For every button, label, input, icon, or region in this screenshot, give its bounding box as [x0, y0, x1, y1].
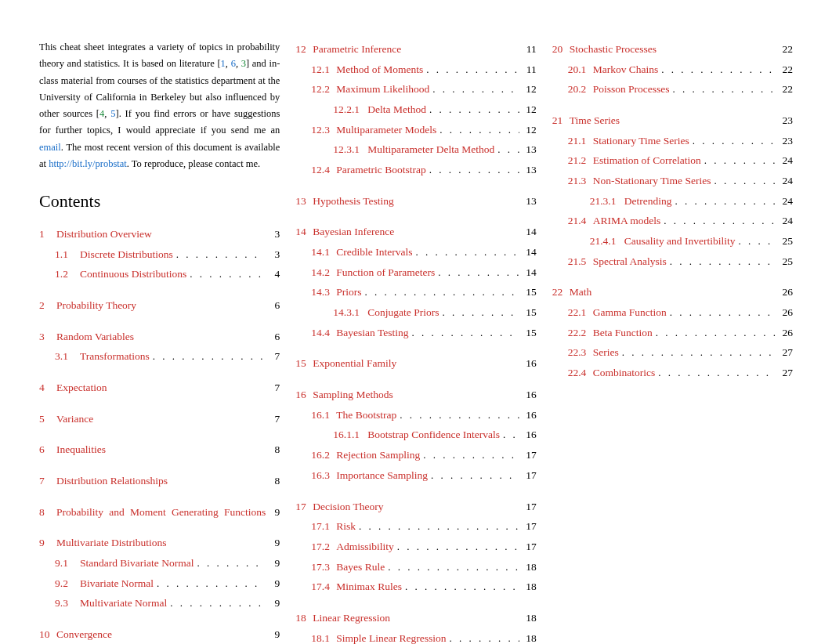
toc-title: Multivariate Distributions — [56, 533, 167, 553]
toc-title: Importance Sampling — [336, 465, 428, 486]
toc-page: 25 — [779, 251, 793, 272]
toc-entry[interactable]: 17.2Admissibility17 — [295, 537, 536, 557]
toc-entry[interactable]: 6Inequalities8 — [39, 440, 280, 460]
toc-entry[interactable]: 14Bayesian Inference14 — [295, 222, 536, 242]
toc-entry[interactable]: 1.1Discrete Distributions3 — [39, 244, 280, 265]
toc-entry[interactable]: 12.2Maximum Likelihood12 — [295, 79, 536, 99]
toc-entry[interactable]: 21.5Spectral Analysis25 — [552, 251, 793, 272]
toc-entry[interactable]: 3.1Transformations7 — [39, 346, 280, 367]
toc-number: 4 — [39, 378, 55, 398]
toc-entry[interactable]: 12.3.1Multiparameter Delta Method13 — [295, 139, 536, 160]
toc-entry[interactable]: 22.4Combinatorics27 — [552, 363, 793, 383]
toc-entry[interactable]: 16.2Rejection Sampling17 — [295, 445, 536, 465]
toc-entry[interactable]: 21Time Series23 — [552, 110, 793, 131]
toc-entry[interactable]: 14.2Function of Parameters14 — [295, 262, 536, 283]
toc-entry[interactable]: 3Random Variables6 — [39, 327, 280, 347]
citation-link[interactable]: 6 — [231, 58, 236, 69]
toc-entry[interactable]: 17Decision Theory17 — [295, 497, 536, 517]
toc-entry[interactable]: 20.2Poisson Processes22 — [552, 79, 793, 99]
toc-number: 22 — [552, 282, 568, 302]
toc-entry[interactable]: 15Exponential Family16 — [295, 353, 536, 374]
toc-page: 26 — [779, 323, 793, 343]
toc-entry[interactable]: 20.1Markov Chains22 — [552, 60, 793, 80]
toc-dots — [442, 303, 519, 323]
toc-entry[interactable]: 17.3Bayes Rule18 — [295, 557, 536, 577]
toc-page: 27 — [779, 342, 793, 363]
toc-entry[interactable]: 2Probability Theory6 — [39, 295, 280, 316]
toc-entry[interactable]: 21.2Estimation of Correlation24 — [552, 150, 793, 171]
toc-dots — [450, 629, 519, 644]
toc-page: 18 — [523, 557, 537, 577]
toc-entry[interactable]: 14.1Credible Intervals14 — [295, 242, 536, 262]
toc-entry[interactable]: 12Parametric Inference11 — [295, 39, 536, 60]
toc-entry[interactable]: 9Multivariate Distributions9 — [39, 533, 280, 553]
toc-entry[interactable]: 14.4Bayesian Testing15 — [295, 323, 536, 343]
toc-number: 17.3 — [311, 557, 335, 577]
toc-entry[interactable]: 1.2Continuous Distributions4 — [39, 264, 280, 284]
toc-page: 9 — [266, 593, 280, 613]
toc-entry[interactable]: 5Variance7 — [39, 409, 280, 429]
toc-page: 7 — [266, 346, 280, 367]
toc-entry[interactable]: 22.2Beta Function26 — [552, 323, 793, 343]
toc-entry[interactable]: 22.1Gamma Function26 — [552, 302, 793, 323]
toc-entry[interactable]: 21.4ARIMA models24 — [552, 211, 793, 231]
toc-title: Bootstrap Confidence Intervals — [367, 425, 500, 445]
toc-entry[interactable]: 20Stochastic Processes22 — [552, 39, 793, 60]
toc-entry[interactable]: 17.1Risk17 — [295, 516, 536, 537]
toc-entry[interactable]: 8Probability and Moment Generating Funct… — [39, 502, 280, 523]
toc-entry[interactable]: 13Hypothesis Testing13 — [295, 191, 536, 212]
toc-entry[interactable]: 7Distribution Relationships8 — [39, 471, 280, 491]
email-link[interactable]: email — [39, 142, 61, 153]
toc-entry[interactable]: 17.4Minimax Rules18 — [295, 577, 536, 597]
toc-entry[interactable]: 14.3Priors15 — [295, 282, 536, 302]
toc-entry[interactable]: 9.1Standard Bivariate Normal9 — [39, 553, 280, 573]
toc-entry[interactable]: 12.1Method of Moments11 — [295, 60, 536, 80]
toc-page: 9 — [266, 553, 280, 573]
toc-title: Decision Theory — [313, 497, 383, 517]
toc-number: 6 — [39, 440, 55, 460]
toc-entry[interactable]: 1Distribution Overview3 — [39, 224, 280, 244]
toc-entry[interactable]: 22.3Series27 — [552, 342, 793, 363]
toc-title: Distribution Overview — [56, 224, 152, 244]
toc-entry[interactable]: 18.1Simple Linear Regression18 — [295, 628, 536, 644]
toc-title: Conjugate Priors — [367, 302, 439, 323]
toc-entry[interactable]: 21.4.1Causality and Invertibility25 — [552, 231, 793, 251]
toc-page: 11 — [523, 39, 537, 60]
toc-number: 14.3.1 — [333, 302, 366, 323]
toc-title: Linear Regression — [313, 608, 390, 628]
toc-section: 18Linear Regression1818.1Simple Linear R… — [295, 608, 536, 644]
toc-entry[interactable]: 12.4Parametric Bootstrap13 — [295, 160, 536, 180]
toc-entry[interactable]: 9.2Bivariate Normal9 — [39, 573, 280, 594]
toc-page: 18 — [523, 608, 537, 628]
citation-link[interactable]: 1 — [221, 58, 226, 69]
toc-entry[interactable]: 14.3.1Conjugate Priors15 — [295, 302, 536, 323]
toc-dots — [675, 192, 776, 212]
toc-number: 13 — [295, 191, 311, 212]
toc-dots — [497, 140, 519, 160]
toc-entry[interactable]: 16Sampling Methods16 — [295, 385, 536, 405]
toc-entry[interactable]: 16.3Importance Sampling17 — [295, 465, 536, 486]
toc-section: 20Stochastic Processes2220.1Markov Chain… — [552, 39, 793, 99]
toc-entry[interactable]: 9.3Multivariate Normal9 — [39, 593, 280, 613]
toc-number: 20.1 — [568, 60, 591, 80]
toc-title: Time Series — [570, 110, 620, 131]
toc-entry[interactable]: 21.3Non-Stationary Time Series24 — [552, 171, 793, 191]
toc-number: 5 — [39, 409, 55, 429]
toc-entry[interactable]: 16.1.1Bootstrap Confidence Intervals16 — [295, 425, 536, 445]
toc-title: Non-Stationary Time Series — [593, 171, 711, 191]
toc-entry[interactable]: 22Math26 — [552, 282, 793, 302]
url-link[interactable]: http://bit.ly/probstat — [49, 158, 127, 169]
toc-entry[interactable]: 4Expectation7 — [39, 378, 280, 398]
citation-link[interactable]: 4 — [99, 108, 104, 119]
toc-section: 5Variance7 — [39, 409, 280, 429]
toc-entry[interactable]: 21.3.1Detrending24 — [552, 191, 793, 212]
toc-number: 9.3 — [55, 593, 78, 613]
toc-entry[interactable]: 10Convergence9 — [39, 624, 280, 644]
toc-number: 3.1 — [55, 346, 78, 367]
toc-entry[interactable]: 16.1The Bootstrap16 — [295, 405, 536, 425]
toc-entry[interactable]: 21.1Stationary Time Series23 — [552, 131, 793, 151]
toc-entry[interactable]: 18Linear Regression18 — [295, 608, 536, 628]
toc-dots — [153, 347, 263, 367]
toc-entry[interactable]: 12.3Multiparameter Models12 — [295, 120, 536, 140]
toc-entry[interactable]: 12.2.1Delta Method12 — [295, 99, 536, 120]
